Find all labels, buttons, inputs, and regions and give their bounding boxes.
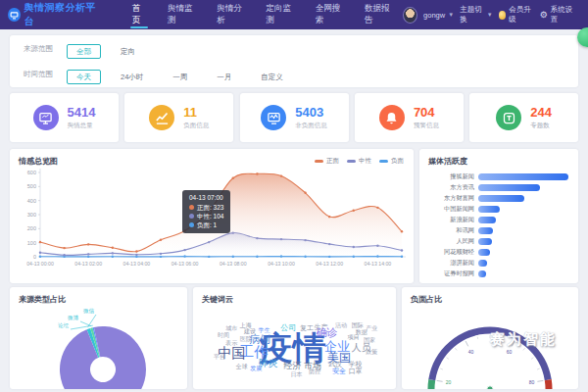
source-type-pie: 微信微博论坛	[10, 305, 187, 389]
source-filter-row: 来源范围 全部定向	[10, 37, 578, 61]
time-filter-row: 时间范围 今天24小时一周一月自定义	[10, 63, 578, 86]
stat-text: 704预警信息	[414, 106, 439, 130]
cloud-word-29[interactable]: 医院	[240, 336, 252, 342]
nav-item-4[interactable]: 全网搜索	[305, 0, 354, 29]
media-row-3[interactable]: 中国新闻网	[423, 204, 568, 215]
stat-card-3[interactable]: 704预警信息	[355, 93, 464, 142]
stat-value: 244	[530, 106, 552, 120]
media-row-2[interactable]: 东方财富网	[423, 193, 568, 204]
cloud-word-33[interactable]: 全球	[236, 364, 248, 369]
cloud-word-25[interactable]: 上海	[240, 322, 252, 328]
svg-text:20: 20	[446, 379, 452, 385]
media-bar-track	[478, 249, 568, 256]
cloud-word-23[interactable]: 国际	[352, 322, 364, 328]
cloud-word-35[interactable]: 防控	[309, 368, 320, 374]
theme-switch-button[interactable]: 主题切换 ▼	[460, 5, 492, 24]
media-row-9[interactable]: 证券时报网	[423, 269, 568, 279]
svg-text:论坛: 论坛	[58, 322, 70, 328]
svg-text:100: 100	[27, 240, 36, 246]
cloud-word-27[interactable]: 建设	[244, 328, 256, 334]
user-avatar[interactable]	[403, 7, 417, 24]
time-option-2[interactable]: 一周	[163, 70, 197, 84]
cloud-word-32[interactable]: 平台	[214, 354, 225, 360]
topic-icon	[496, 105, 521, 130]
stat-label: 负面信息	[183, 122, 209, 130]
source-type-panel: 来源类型占比 微信微博论坛	[10, 287, 187, 389]
time-option-3[interactable]: 一月	[207, 70, 241, 84]
user-menu[interactable]: gongw ▼	[423, 11, 454, 20]
time-option-4[interactable]: 自定义	[251, 70, 293, 84]
cloud-word-22[interactable]: 活动	[335, 322, 347, 328]
media-row-1[interactable]: 东方资讯	[423, 182, 568, 193]
cloud-word-20[interactable]: 国家	[364, 337, 375, 343]
time-option-1[interactable]: 24小时	[111, 70, 153, 84]
stat-label: 预警信息	[414, 122, 439, 130]
source-type-title: 来源类型占比	[10, 287, 187, 305]
cloud-word-31[interactable]: 表示	[225, 340, 237, 346]
app-logo[interactable]: 舆情洞察分析平台	[8, 1, 98, 28]
svg-text:04-13 02:00: 04-13 02:00	[74, 261, 102, 267]
cloud-word-24[interactable]: 产业	[366, 325, 377, 331]
media-bar-track	[478, 206, 568, 213]
stat-card-0[interactable]: 5414舆情总量	[10, 93, 119, 142]
media-label: 搜狐新闻	[423, 172, 478, 181]
nav-item-5[interactable]: 数据报告	[354, 0, 403, 29]
media-label: 人民网	[423, 237, 478, 246]
cloud-word-13[interactable]: 生产	[314, 322, 327, 329]
stat-value: 704	[414, 106, 439, 120]
cloud-word-18[interactable]: 政策	[366, 349, 377, 355]
media-row-8[interactable]: 澎湃新闻	[423, 258, 568, 269]
nav-item-2[interactable]: 舆情分析	[206, 0, 255, 29]
media-row-0[interactable]: 搜狐新闻	[423, 172, 568, 182]
floating-service-button[interactable]	[577, 27, 588, 47]
stat-card-2[interactable]: 5403非负面信息	[240, 93, 349, 142]
cloud-word-15[interactable]: 学校	[349, 360, 363, 367]
cloud-word-9[interactable]: 经济	[283, 362, 301, 370]
time-option-0[interactable]: 今天	[67, 70, 101, 84]
cloud-word-11[interactable]: 公司	[280, 324, 296, 332]
media-bar	[478, 217, 496, 223]
cloud-word-36[interactable]: 日本	[291, 371, 303, 377]
cloud-word-12[interactable]: 复工	[300, 323, 314, 330]
bell-icon	[379, 105, 405, 130]
cloud-word-17[interactable]: 口罩	[349, 367, 363, 373]
stat-card-1[interactable]: 11负面信息	[124, 93, 233, 142]
gear-icon: ⚙	[540, 10, 548, 20]
source-option-0[interactable]: 全部	[67, 44, 101, 59]
media-bar	[478, 260, 487, 267]
media-row-5[interactable]: 和讯网	[423, 225, 568, 236]
nav-item-3[interactable]: 定向监测	[255, 0, 304, 29]
system-settings-button[interactable]: ⚙ 系统设置	[540, 5, 574, 24]
header-right: gongw ▼ 主题切换 ▼ 会员升级 ⚙ 系统设置	[403, 5, 574, 24]
media-bar-track	[478, 270, 568, 277]
cloud-word-34[interactable]: 发展	[250, 366, 262, 371]
svg-text:600: 600	[27, 170, 36, 175]
cloud-word-28[interactable]: 学生	[258, 327, 270, 333]
cloud-word-16[interactable]: 安全	[332, 367, 346, 373]
media-row-4[interactable]: 新浪新闻	[423, 215, 568, 225]
stat-card-4[interactable]: 244专题数	[469, 93, 578, 142]
nav-item-0[interactable]: 首页	[122, 0, 157, 29]
cloud-word-30[interactable]: 时间	[218, 332, 229, 338]
cloud-word-6[interactable]: 病例	[249, 333, 270, 344]
cloud-word-19[interactable]: 项目	[348, 334, 360, 340]
nav-item-1[interactable]: 舆情监测	[157, 0, 206, 29]
cloud-word-26[interactable]: 城市	[225, 325, 237, 331]
emotion-trend-panel: 情感总览图 正面中性负面 010020030040050060004-13 00…	[10, 149, 414, 283]
media-label: 澎湃新闻	[423, 259, 478, 268]
stat-value: 11	[183, 106, 209, 120]
svg-text:300: 300	[27, 212, 36, 218]
chevron-down-icon: ▼	[487, 12, 493, 18]
media-row-6[interactable]: 人民网	[423, 236, 568, 247]
svg-text:04-13 08:00: 04-13 08:00	[220, 261, 247, 267]
logo-icon	[8, 8, 21, 22]
member-upgrade-button[interactable]: 会员升级	[499, 5, 534, 24]
keyword-cloud: 疫情工作中国企业美国确诊病例人员肺炎经济市场公司复工生产武汉学校安全口罩政策项目…	[193, 303, 396, 389]
media-bar	[478, 270, 486, 277]
svg-text:400: 400	[27, 198, 36, 204]
filter-panel: 来源范围 全部定向 时间范围 今天24小时一周一月自定义	[10, 35, 578, 87]
media-label: 东方资讯	[423, 183, 478, 192]
media-bars: 搜狐新闻东方资讯东方财富网中国新闻网新浪新闻和讯网人民网同花顺财经澎湃新闻证券时…	[419, 167, 578, 279]
source-option-1[interactable]: 定向	[111, 44, 145, 59]
media-row-7[interactable]: 同花顺财经	[423, 247, 568, 258]
